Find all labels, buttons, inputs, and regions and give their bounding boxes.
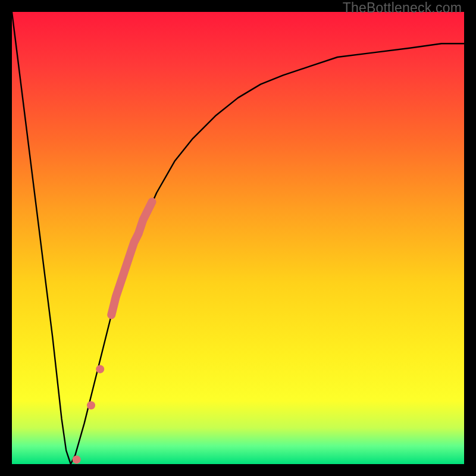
chart-frame: TheBottleneck.com xyxy=(0,0,476,476)
chart-svg xyxy=(12,12,464,464)
highlight-dot xyxy=(96,365,104,373)
watermark-label: TheBottleneck.com xyxy=(343,0,462,16)
bottleneck-curve xyxy=(12,12,464,464)
highlight-dot xyxy=(87,401,95,409)
highlight-segment xyxy=(111,202,152,315)
plot-area xyxy=(12,12,464,464)
highlight-dot xyxy=(73,455,81,464)
